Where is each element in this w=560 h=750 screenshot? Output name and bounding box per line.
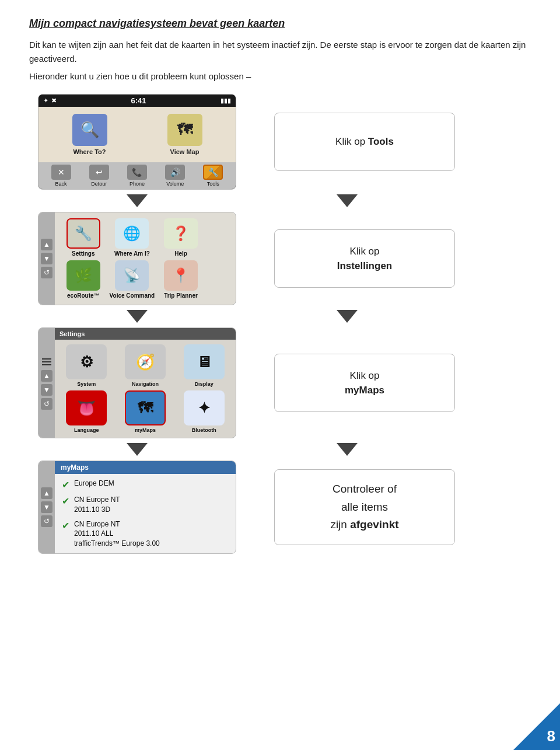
map-name-3: CN Europe NT2011.10 ALLtrafficTrends™ Eu… [74, 519, 160, 549]
mymaps-item[interactable]: 🗺 myMaps [125, 390, 166, 433]
settings-menu-item[interactable]: 🔧 Settings [61, 218, 106, 257]
screen-mymaps: ▲ ▼ ↺ myMaps ✔ Europe DEM [38, 461, 236, 554]
viewmap-icon: 🗺 [167, 114, 202, 146]
step-row-1: ✦ ✖ 6:41 ▮▮▮ 🔍 Where To? 🗺 [29, 94, 531, 190]
step1-prefix: Klik op [335, 136, 368, 147]
arrow-down-icon-3 [127, 443, 148, 456]
up-icon[interactable]: ▲ [41, 239, 52, 250]
help-menu-item[interactable]: ❓ Help [158, 218, 204, 257]
page-content: Mijn compact navigatiesysteem bevat geen… [0, 0, 560, 589]
down-icon[interactable]: ▼ [41, 253, 52, 264]
screen3-header: Settings [55, 328, 236, 340]
screen4-header: myMaps [55, 461, 236, 474]
up-icon-4[interactable]: ▲ [41, 487, 52, 499]
screen3-grid: ⚙ System 🧭 Navigation 🖥 [55, 340, 236, 438]
step1-bold: Tools [368, 136, 394, 147]
bluetooth-icon-3: ✦ [184, 390, 225, 425]
arrow-down-icon-right-3 [337, 443, 358, 456]
voicecmd-menu-item[interactable]: 📡 Voice Command [110, 260, 155, 299]
phone-button[interactable]: 📞 Phone [127, 165, 147, 187]
step-right-4: Controleer of alle items zijn afgevinkt [257, 469, 473, 545]
checkmark-3: ✔ [62, 520, 69, 531]
gps-time: 6:41 [131, 96, 146, 105]
screen3-row-2: 👅 Language 🗺 myMaps ✦ [60, 390, 231, 433]
checkmark-2: ✔ [62, 496, 69, 507]
page-title: Mijn compact navigatiesysteem bevat geen… [29, 18, 531, 30]
arrow-down-icon-1 [127, 194, 148, 207]
down-icon-3[interactable]: ▼ [41, 384, 52, 396]
system-icon: ⚙ [66, 344, 107, 379]
arrow-row-1 [29, 190, 531, 212]
right-arrow-2 [257, 305, 438, 327]
tripplan-menu-item[interactable]: 📍 Trip Planner [158, 260, 204, 299]
arrow-row-2 [29, 305, 531, 327]
signal-icon: ✦ [43, 97, 48, 104]
step2-bold: Instellingen [337, 260, 392, 271]
bluetooth-item[interactable]: ✦ Bluetooth [184, 390, 225, 433]
wheretogo-button[interactable]: 🔍 Where To? [72, 114, 107, 155]
system-item[interactable]: ⚙ System [66, 344, 107, 387]
mymaps-icon: 🗺 [125, 390, 166, 425]
step-left-2: ▲ ▼ ↺ 🔧 Settings 🌐 Where Am I? [29, 212, 245, 305]
back-button[interactable]: ✕ Back [51, 165, 71, 187]
ecoroute-menu-item[interactable]: 🌿 ecoRoute™ [61, 260, 106, 299]
up-icon-3[interactable]: ▲ [41, 370, 52, 382]
screen-instellingen: ▲ ▼ ↺ Settings ⚙ [38, 327, 236, 438]
back-icon-2[interactable]: ↺ [41, 267, 52, 278]
step4-line1: Controleer of [332, 483, 397, 495]
step2-textbox: Klik op Instellingen [274, 229, 455, 288]
step-row-4: ▲ ▼ ↺ myMaps ✔ Europe DEM [29, 461, 531, 554]
gps-top-bar: ✦ ✖ 6:41 ▮▮▮ [38, 95, 236, 107]
step-right-1: Klik op Tools [257, 113, 473, 171]
down-icon-4[interactable]: ▼ [41, 501, 52, 513]
step1-text: Klik op Tools [335, 134, 394, 149]
map-name-2: CN Europe NT2011.10 3D [74, 495, 120, 515]
step4-textbox: Controleer of alle items zijn afgevinkt [274, 469, 455, 545]
phone-icon: 📞 [127, 165, 147, 180]
navigation-icon: 🧭 [125, 344, 166, 379]
viewmap-button[interactable]: 🗺 View Map [167, 114, 202, 155]
status-icons: ✦ ✖ [43, 97, 57, 104]
map-item-1: ✔ Europe DEM [62, 479, 229, 490]
left-arrow-2 [29, 305, 245, 327]
tools-button[interactable]: 🔧 Tools [203, 165, 223, 187]
step-left-4: ▲ ▼ ↺ myMaps ✔ Europe DEM [29, 461, 245, 554]
step-right-2: Klik op Instellingen [257, 229, 473, 288]
back-icon-3[interactable]: ↺ [41, 398, 52, 410]
language-item[interactable]: 👅 Language [66, 390, 107, 433]
screen2-layout: ▲ ▼ ↺ 🔧 Settings 🌐 Where Am I? [38, 212, 236, 305]
screen-settings-menu: ▲ ▼ ↺ 🔧 Settings 🌐 Where Am I? [38, 212, 236, 305]
steps-wrapper: ✦ ✖ 6:41 ▮▮▮ 🔍 Where To? 🗺 [29, 94, 531, 554]
step-row-3: ▲ ▼ ↺ Settings ⚙ [29, 327, 531, 438]
battery-icon: ▮▮▮ [220, 97, 231, 104]
display-item[interactable]: 🖥 Display [184, 344, 225, 387]
detour-button[interactable]: ↩ Detour [89, 165, 109, 187]
screen3-grid-wrapper: Settings ⚙ System 🧭 [55, 328, 236, 438]
screen4-body: myMaps ✔ Europe DEM ✔ CN Europe NT2011.1… [55, 461, 236, 553]
intro-paragraph: Dit kan te wijten zijn aan het feit dat … [29, 38, 531, 66]
step2-text: Klik op Instellingen [337, 244, 392, 274]
arrow-row-3 [29, 438, 531, 461]
language-icon: 👅 [66, 390, 107, 425]
tripplan-icon: 📍 [164, 260, 198, 291]
back-icon-4[interactable]: ↺ [41, 515, 52, 527]
hamburger-icon [42, 356, 51, 368]
map-name-1: Europe DEM [74, 479, 114, 489]
detour-icon: ↩ [89, 165, 109, 180]
screen3-layout: ▲ ▼ ↺ Settings ⚙ [38, 328, 236, 438]
whereami-icon: 🌐 [115, 218, 149, 249]
step-left-1: ✦ ✖ 6:41 ▮▮▮ 🔍 Where To? 🗺 [29, 94, 245, 190]
step3-text: Klik op myMaps [345, 368, 384, 398]
step4-bold3: afgevinkt [350, 518, 398, 531]
arrow-down-icon-2 [127, 310, 148, 323]
page-number: 8 [547, 727, 555, 745]
voicecmd-icon: 📡 [115, 260, 149, 291]
wheretogo-label: Where To? [73, 148, 106, 155]
navigation-item[interactable]: 🧭 Navigation [125, 344, 166, 387]
whereami-menu-item[interactable]: 🌐 Where Am I? [110, 218, 155, 257]
back-icon: ✕ [51, 165, 71, 180]
volume-button[interactable]: 🔊 Volume [165, 165, 185, 187]
settings-grid: 🔧 Settings 🌐 Where Am I? ❓ Help [55, 212, 209, 305]
volume-icon: 🔊 [165, 165, 185, 180]
step4-line2: alle items [341, 501, 388, 513]
